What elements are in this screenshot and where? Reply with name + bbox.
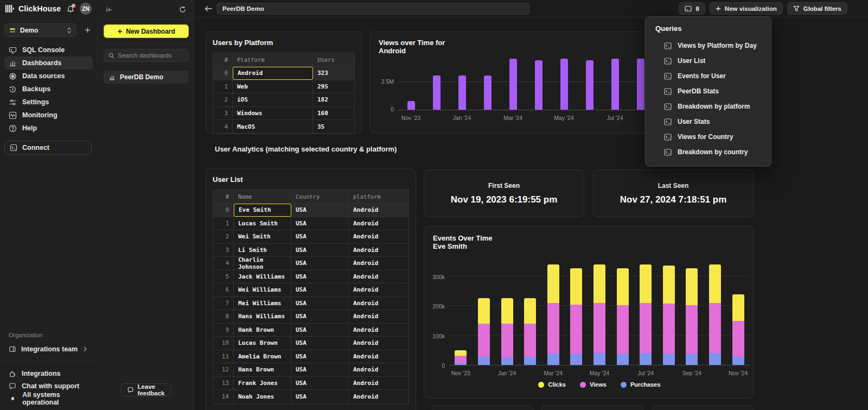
query-item[interactable]: User List: [646, 53, 771, 68]
dashboard-list-item[interactable]: PeerDB Demo: [104, 71, 189, 84]
table-cell[interactable]: 14: [213, 390, 234, 403]
table-cell[interactable]: 323: [313, 67, 354, 80]
table-cell[interactable]: Frank Jones: [234, 377, 291, 390]
table-cell[interactable]: 11: [213, 350, 234, 363]
service-selector[interactable]: Demo: [4, 23, 76, 37]
sidebar-item-backups[interactable]: Backups: [4, 83, 93, 96]
bar[interactable]: [509, 59, 517, 110]
table-cell[interactable]: USA: [291, 217, 349, 230]
table-cell[interactable]: Wei Williams: [234, 283, 291, 297]
search-input[interactable]: [118, 52, 177, 59]
table-cell[interactable]: Android: [349, 257, 409, 270]
global-filters-button[interactable]: Global filters: [787, 2, 847, 15]
dashboard-title-input[interactable]: [216, 3, 530, 15]
table-cell[interactable]: 13: [213, 377, 234, 390]
bar[interactable]: [586, 60, 593, 110]
table-row[interactable]: 6Wei WilliamsUSAAndroid: [213, 283, 409, 297]
table-row[interactable]: 1Web295: [213, 80, 354, 94]
table-cell[interactable]: Lucas Brown: [234, 337, 291, 350]
table-cell[interactable]: Android: [349, 324, 409, 337]
table-cell[interactable]: Android: [349, 244, 409, 257]
table-cell[interactable]: Jack Williams: [234, 270, 291, 283]
table-cell[interactable]: Android: [349, 377, 409, 390]
bar[interactable]: [617, 268, 629, 365]
add-service-button[interactable]: [82, 25, 93, 35]
bar[interactable]: [732, 294, 744, 365]
table-row[interactable]: 14Noah JonesUSAAndroid: [213, 390, 409, 403]
query-item[interactable]: Events for User: [646, 68, 771, 84]
bar[interactable]: [640, 264, 652, 365]
table-cell[interactable]: USA: [291, 257, 349, 270]
table-row[interactable]: 1Lucas SmithUSAAndroid: [213, 217, 409, 231]
sidebar-item-data-sources[interactable]: Data sources: [4, 70, 93, 83]
table-cell[interactable]: iOS: [233, 93, 313, 106]
sidebar-item-sql-console[interactable]: SQL Console: [4, 43, 93, 56]
new-visualization-button[interactable]: New visualization: [710, 2, 783, 15]
bar[interactable]: [478, 298, 490, 365]
table-cell[interactable]: USA: [291, 350, 349, 363]
table-row[interactable]: 8Hans WilliamsUSAAndroid: [213, 310, 409, 324]
table-cell[interactable]: USA: [291, 204, 349, 217]
table-row[interactable]: 5Jack WilliamsUSAAndroid: [213, 270, 409, 284]
table-row[interactable]: 10Lucas BrownUSAAndroid: [213, 337, 409, 350]
sidebar-item-dashboards[interactable]: Dashboards: [4, 56, 93, 70]
table-cell[interactable]: Lucas Smith: [234, 217, 291, 230]
bar[interactable]: [501, 298, 513, 365]
table-cell[interactable]: Wei Smith: [234, 230, 291, 243]
collapse-sidebar-icon[interactable]: [106, 7, 113, 13]
table-row[interactable]: 2Wei SmithUSAAndroid: [213, 230, 409, 244]
table-cell[interactable]: Android: [349, 283, 409, 297]
table-cell[interactable]: 8: [213, 310, 234, 323]
table-cell[interactable]: 3: [213, 244, 234, 257]
table-cell[interactable]: Android: [349, 350, 409, 363]
table-cell[interactable]: Android: [349, 310, 409, 323]
table-cell[interactable]: 2: [213, 93, 233, 106]
bar[interactable]: [593, 264, 605, 365]
table-cell[interactable]: Noah Jones: [234, 390, 291, 403]
new-dashboard-button[interactable]: New Dashboard: [104, 24, 189, 38]
bar[interactable]: [663, 266, 675, 365]
table-cell[interactable]: 4: [213, 120, 233, 134]
table-row[interactable]: 4Charlie JohnsonUSAAndroid: [213, 257, 409, 270]
bar[interactable]: [433, 75, 441, 110]
table-cell[interactable]: USA: [291, 390, 349, 403]
table-cell[interactable]: 182: [313, 93, 354, 106]
table-cell[interactable]: Mei Williams: [234, 297, 291, 310]
query-item[interactable]: Breakdown by platform: [646, 99, 771, 114]
bar[interactable]: [570, 268, 582, 365]
sidebar-item-monitoring[interactable]: Monitoring: [4, 109, 93, 122]
notifications-bell-icon[interactable]: [67, 5, 74, 12]
table-cell[interactable]: USA: [291, 324, 349, 337]
sidebar-item-settings[interactable]: Settings: [4, 96, 93, 109]
query-item[interactable]: PeerDB Stats: [646, 84, 771, 99]
table-cell[interactable]: USA: [291, 283, 349, 297]
table-cell[interactable]: 5: [213, 270, 234, 283]
table-cell[interactable]: 9: [213, 324, 234, 337]
table-cell[interactable]: 0: [213, 67, 233, 80]
table-cell[interactable]: 295: [313, 80, 354, 93]
query-item[interactable]: Breakdown by country: [646, 144, 771, 160]
bar[interactable]: [611, 59, 619, 110]
bar[interactable]: [407, 101, 415, 110]
table-cell[interactable]: Eve Smith: [234, 204, 291, 217]
table-cell[interactable]: Li Smith: [234, 244, 291, 257]
table-cell[interactable]: Android: [233, 67, 313, 80]
sidebar-item-help[interactable]: Help: [4, 122, 93, 135]
query-item[interactable]: User Stats: [646, 114, 771, 129]
table-cell[interactable]: 7: [213, 297, 234, 310]
table-cell[interactable]: Android: [349, 390, 409, 403]
table-cell[interactable]: Amelia Brown: [234, 350, 291, 363]
table-row[interactable]: 12Hans BrownUSAAndroid: [213, 363, 409, 377]
bar[interactable]: [455, 350, 467, 365]
table-cell[interactable]: 2: [213, 230, 234, 243]
table-cell[interactable]: 3: [213, 107, 233, 120]
connect-button[interactable]: Connect: [4, 141, 92, 155]
integrations-link[interactable]: Integrations: [0, 367, 97, 380]
table-cell[interactable]: USA: [291, 244, 349, 257]
query-item[interactable]: Views for Country: [646, 129, 771, 144]
table-row[interactable]: 9Hank BrownUSAAndroid: [213, 324, 409, 337]
bar[interactable]: [637, 59, 644, 110]
bar[interactable]: [524, 298, 536, 365]
table-cell[interactable]: Web: [233, 80, 313, 93]
leave-feedback-button[interactable]: Leave feedback: [121, 383, 171, 396]
